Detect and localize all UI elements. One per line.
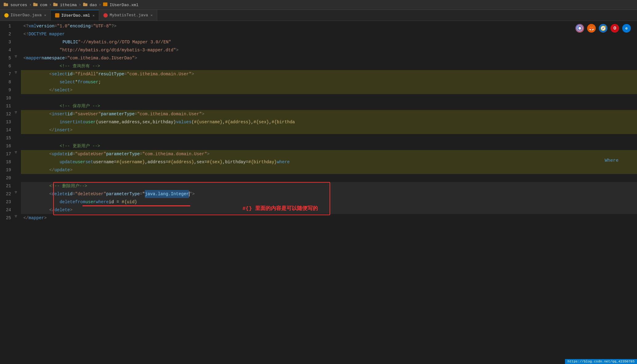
line-num: 15 xyxy=(2,134,11,142)
code-line-23: delete from user where id = #{uid} xyxy=(21,198,637,206)
tab-close-button[interactable]: ✕ xyxy=(44,13,46,17)
line-num: 18 xyxy=(2,158,11,166)
line-num: 22 xyxy=(2,190,11,198)
code-line-9: </select> xyxy=(21,86,637,94)
line-num: 1 xyxy=(2,22,11,30)
folder-icon xyxy=(83,2,87,6)
breadcrumb-sep: › xyxy=(79,2,81,7)
svg-rect-5 xyxy=(53,3,55,4)
line-num: 12 xyxy=(2,110,11,118)
svg-rect-3 xyxy=(33,3,35,4)
code-line-22: <delete id="deleteUser" parameterType="j… xyxy=(21,190,637,198)
breadcrumb-sep: › xyxy=(29,2,31,7)
editor-area: 🦊 🧭 O e 1 2 3 4 5 6 7 8 9 10 11 12 13 14… xyxy=(0,21,637,364)
line-num: 25 xyxy=(2,214,11,222)
tab-close-button[interactable]: ✕ xyxy=(93,14,95,18)
breadcrumb-item[interactable]: com xyxy=(33,2,47,7)
fold-gutter: ▽ ▽ ▽ ▽ ▽ ▽ xyxy=(15,21,21,364)
folder-icon xyxy=(53,2,58,6)
line-num: 2 xyxy=(2,30,11,38)
line-num: 23 xyxy=(2,198,11,206)
code-line-16: <!-- 更新用户 --> xyxy=(21,142,637,150)
line-num: 19 xyxy=(2,166,11,174)
line-num: 21 xyxy=(2,182,11,190)
code-line-12: <insert id="saveUser" parameterType="com… xyxy=(21,110,637,118)
line-num: 5 xyxy=(2,54,11,62)
folder-icon xyxy=(33,2,38,6)
code-line-15 xyxy=(21,134,637,142)
line-num: 16 xyxy=(2,142,11,150)
code-line-11: <!-- 保存用户 --> xyxy=(21,102,637,110)
line-num: 11 xyxy=(2,102,11,110)
code-line-20 xyxy=(21,174,637,182)
line-num: 6 xyxy=(2,62,11,70)
code-line-8: select * from user; xyxy=(21,78,637,86)
mybatis-file-icon xyxy=(103,13,108,18)
svg-rect-1 xyxy=(4,3,6,4)
tab-iuserdao-xml[interactable]: IUserDao.xml ✕ xyxy=(51,10,99,21)
folder-icon xyxy=(4,2,8,6)
code-line-18: update user set username=#{username},add… xyxy=(21,158,637,166)
svg-rect-6 xyxy=(83,3,87,6)
line-num: 7 xyxy=(2,70,11,78)
line-num: 10 xyxy=(2,94,11,102)
breadcrumb-item[interactable]: IUserDao.xml xyxy=(103,2,138,7)
line-num: 4 xyxy=(2,46,11,54)
svg-rect-7 xyxy=(83,3,85,4)
code-line-10 xyxy=(21,94,637,102)
line-num: 3 xyxy=(2,38,11,46)
breadcrumb: sources › com › itheima › dao › IUserDao… xyxy=(0,0,637,10)
code-line-1: <?xml version="1.0" encoding="UTF-8"?> xyxy=(21,22,637,30)
tab-iuserdao-java[interactable]: IUserDao.java ✕ xyxy=(0,10,51,21)
line-num: 20 xyxy=(2,174,11,182)
breadcrumb-item[interactable]: dao xyxy=(83,2,97,7)
code-line-14: </insert> xyxy=(21,126,637,134)
line-num: 13 xyxy=(2,118,11,126)
code-line-24: </delete> xyxy=(21,206,637,214)
svg-rect-2 xyxy=(33,3,38,6)
breadcrumb-sep: › xyxy=(99,2,101,7)
breadcrumb-item[interactable]: itheima xyxy=(53,2,77,7)
code-line-25: </mapper> xyxy=(21,214,637,222)
svg-rect-4 xyxy=(53,3,58,6)
code-line-17: <update id="updateUser" parameterType="c… xyxy=(21,150,637,158)
code-line-21: <!-- 删除用户--> xyxy=(21,182,637,190)
code-line-5: <mapper namespace="com.itheima.dao.IUser… xyxy=(21,54,637,62)
line-num: 24 xyxy=(2,206,11,214)
status-bar: https://blog.csdn.net/qq_42350785 xyxy=(565,359,637,364)
code-line-2: <!DOCTYPE mapper xyxy=(21,30,637,38)
code-line-7: <select id="findAll" resultType="com.ith… xyxy=(21,70,637,78)
code-content[interactable]: <?xml version="1.0" encoding="UTF-8"?> <… xyxy=(21,21,637,364)
xml-file-icon xyxy=(55,13,59,18)
line-numbers: 1 2 3 4 5 6 7 8 9 10 11 12 13 14 15 16 1… xyxy=(0,21,15,364)
breadcrumb-item[interactable]: sources xyxy=(4,2,27,7)
line-num: 14 xyxy=(2,126,11,134)
java-file-icon xyxy=(4,13,9,18)
svg-rect-0 xyxy=(4,3,8,6)
tab-bar: IUserDao.java ✕ IUserDao.xml ✕ MybatisTe… xyxy=(0,10,637,21)
breadcrumb-sep: › xyxy=(49,2,51,7)
xml-file-icon xyxy=(103,2,107,6)
code-line-13: insert into user(username,address,sex,bi… xyxy=(21,118,637,126)
line-num: 8 xyxy=(2,78,11,86)
tab-close-button[interactable]: ✕ xyxy=(150,13,153,17)
line-num: 17 xyxy=(2,150,11,158)
code-line-19: </update> xyxy=(21,166,637,174)
code-line-4: "http://mybatis.org/dtd/mybatis-3-mapper… xyxy=(21,46,637,54)
code-line-3: PUBLIC "-//mybatis.org//DTD Mapper 3.0//… xyxy=(21,38,637,46)
line-num: 9 xyxy=(2,86,11,94)
tab-mybatistest-java[interactable]: MybatisTest.java ✕ xyxy=(99,10,157,21)
code-line-6: <!-- 查询所有 --> xyxy=(21,62,637,70)
where-label: Where xyxy=(605,158,619,163)
svg-rect-8 xyxy=(103,2,107,6)
